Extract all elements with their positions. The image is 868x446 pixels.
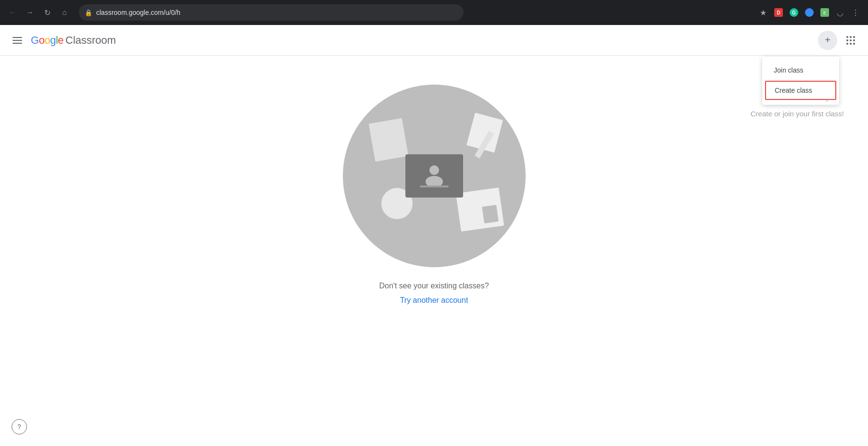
join-class-menu-item[interactable]: Join class [762,61,839,80]
browser-toolbar: ★ D G 🌐 E ◡ ⋮ [756,6,862,19]
ext-icon-4[interactable]: E [818,6,831,19]
svg-text:D: D [777,10,780,15]
svg-rect-9 [13,40,22,41]
svg-text:E: E [823,11,826,15]
tooltip-text: Create or join your first class! [751,110,844,118]
person-classroom-icon [415,161,453,190]
svg-rect-10 [13,43,22,44]
main-content: Don't see your existing classes? Try ano… [0,56,868,305]
hamburger-menu-button[interactable] [8,31,27,50]
add-class-button[interactable]: + [818,31,837,50]
svg-text:G: G [792,10,796,15]
classroom-logo-text: Classroom [65,34,116,47]
try-another-account-link[interactable]: Try another account [400,296,468,305]
empty-state-illustration [343,85,526,267]
browser-chrome: ← → ↻ ⌂ 🔒 classroom.google.com/u/0/h ★ D… [0,0,868,25]
no-classes-text: Don't see your existing classes? [379,282,489,290]
svg-text:🌐: 🌐 [807,11,812,15]
svg-rect-13 [420,186,449,187]
google-logo-text: Google [31,34,63,47]
bookmark-icon[interactable]: ★ [756,6,770,19]
svg-rect-8 [13,37,22,38]
translate-ext-icon[interactable]: 🌐 [803,6,816,19]
back-button[interactable]: ← [6,6,19,19]
home-button[interactable]: ⌂ [58,6,71,19]
refresh-button[interactable]: ↻ [40,6,54,19]
logo: Google Classroom [31,34,116,47]
grammarly-ext-icon[interactable]: G [787,6,801,19]
google-apps-button[interactable] [841,31,860,50]
address-bar[interactable]: 🔒 classroom.google.com/u/0/h [79,4,464,21]
header-right: + [818,31,860,50]
classroom-center-icon [405,154,463,198]
app-header: Google Classroom + [0,25,868,56]
lock-icon: 🔒 [85,9,92,16]
help-button[interactable]: ? [12,419,27,434]
deco-paper-1 [368,118,408,162]
forward-button[interactable]: → [23,6,37,19]
more-options-icon[interactable]: ⋮ [849,6,862,19]
dashlane-ext-icon[interactable]: D [772,6,785,19]
grid-dots-icon [846,36,855,45]
url-text: classroom.google.com/u/0/h [96,9,458,16]
plus-icon: + [825,35,830,46]
help-icon: ? [17,423,21,431]
deco-paper-3-inner [482,205,499,223]
svg-point-11 [429,165,439,175]
hamburger-icon [13,36,22,45]
extensions-icon[interactable]: ◡ [833,6,847,19]
